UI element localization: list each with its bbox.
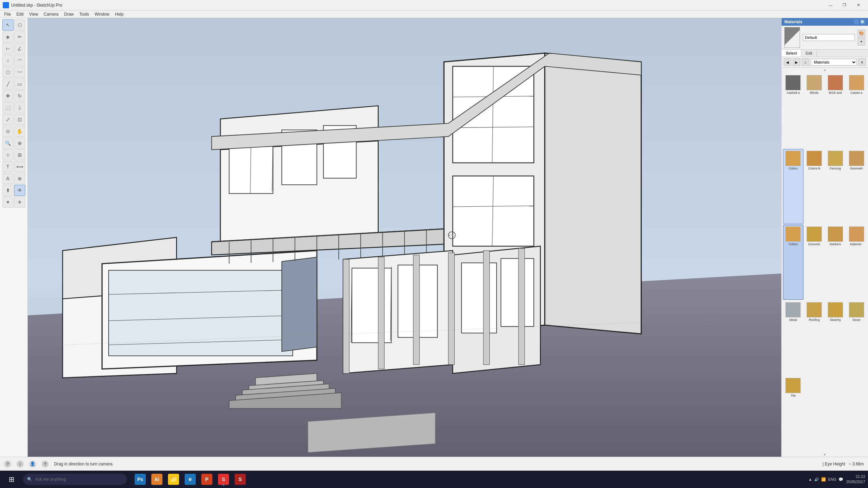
tool-zoomext[interactable]: ⊕ — [14, 138, 25, 149]
tool-move[interactable]: ✥ — [2, 90, 14, 101]
status-icon-user[interactable]: 👤 — [29, 461, 36, 468]
mat-asphalt[interactable]: Asphalt a — [783, 73, 803, 148]
mat-tile[interactable]: Tile — [783, 376, 803, 451]
mat-label-colors-selected: Colors — [789, 242, 798, 246]
sys-volume-icon[interactable]: 🔊 — [814, 477, 819, 482]
mat-colors[interactable]: Colors — [783, 149, 803, 224]
menu-window[interactable]: Window — [92, 11, 112, 17]
sys-network-icon[interactable]: 📶 — [821, 477, 826, 482]
tool-3dtext[interactable]: A — [2, 173, 14, 184]
nav-back[interactable]: ◀ — [784, 58, 791, 66]
tool-section[interactable]: ⊞ — [14, 149, 25, 160]
tool-freehand[interactable]: 〰 — [14, 67, 25, 78]
scroll-up-indicator[interactable]: ▲ — [782, 68, 868, 72]
tool-arc[interactable]: ◠ — [14, 55, 25, 66]
taskbar-explorer[interactable]: 📁 — [166, 472, 181, 486]
mat-carpet[interactable]: Carpet a — [846, 73, 867, 148]
materials-grid: Asphalt a Blinds Brick and Carpet a Colo… — [782, 72, 868, 453]
taskbar-photoshop[interactable]: Ps — [133, 472, 148, 486]
tool-followme[interactable]: ⤵ — [14, 102, 25, 113]
tool-angle[interactable]: ∠ — [14, 43, 25, 54]
materials-category-dropdown[interactable]: Materials Colors Bricks Wood — [811, 59, 857, 66]
scroll-down-indicator[interactable]: ▼ — [782, 453, 868, 457]
menu-file[interactable]: File — [1, 11, 14, 17]
taskbar-edge[interactable]: e — [183, 472, 198, 486]
mat-blinds[interactable]: Blinds — [804, 73, 825, 148]
materials-header: Materials ⚙ — [782, 18, 868, 26]
mat-geometri[interactable]: Geometri — [846, 149, 867, 224]
tool-zoom[interactable]: 🔍 — [2, 138, 14, 149]
tool-orbit[interactable]: ⊙ — [2, 126, 14, 137]
tool-pivot[interactable]: ✦ — [2, 197, 14, 208]
nav-detail-toggle[interactable]: ≡ — [858, 58, 866, 66]
tool-scale[interactable]: ⤢ — [2, 114, 14, 125]
status-icon-q[interactable]: ? — [42, 461, 49, 468]
create-material-button[interactable]: + — [858, 38, 865, 46]
tool-look[interactable]: 👁 — [14, 185, 25, 196]
search-input[interactable] — [35, 477, 104, 482]
menu-help[interactable]: Help — [112, 11, 126, 17]
tool-offset[interactable]: ⊡ — [14, 114, 25, 125]
tool-select[interactable]: ↖ — [2, 19, 14, 31]
close-button[interactable]: ✕ — [851, 0, 865, 10]
viewport[interactable] — [28, 18, 781, 457]
tool-rotate[interactable]: ↻ — [14, 90, 25, 101]
nav-home[interactable]: ⌂ — [802, 58, 809, 66]
mat-roofing[interactable]: Roofing — [804, 300, 825, 375]
taskbar-sketchup[interactable]: S — [216, 472, 231, 486]
materials-pin[interactable] — [854, 19, 859, 24]
search-bar[interactable]: 🔍 — [23, 474, 127, 485]
sys-clock[interactable]: 21:22 25/05/2017 — [846, 474, 865, 485]
tab-edit[interactable]: Edit — [801, 50, 817, 57]
tool-position[interactable]: ⊹ — [2, 149, 14, 160]
tool-circle[interactable]: ○ — [2, 55, 14, 66]
mat-metal[interactable]: Metal — [783, 300, 803, 375]
tool-line[interactable]: ╱ — [2, 78, 14, 90]
tool-pan[interactable]: ✋ — [14, 126, 25, 137]
taskbar-illustrator[interactable]: Ai — [149, 472, 165, 486]
materials-settings[interactable]: ⚙ — [860, 19, 865, 24]
menu-view[interactable]: View — [26, 11, 41, 17]
tool-axes[interactable]: ⊕ — [14, 173, 25, 184]
menu-camera[interactable]: Camera — [41, 11, 61, 17]
taskbar-powerpoint[interactable]: P — [199, 472, 214, 486]
mat-markers[interactable]: Markers — [825, 225, 846, 300]
tool-dim[interactable]: ⟺ — [14, 161, 25, 172]
tool-text[interactable]: T — [2, 161, 14, 172]
nav-forward[interactable]: ▶ — [793, 58, 800, 66]
menu-draw[interactable]: Draw — [61, 11, 77, 17]
tool-poly[interactable]: ⬠ — [2, 67, 14, 78]
tool-paint[interactable]: ◈ — [2, 31, 14, 42]
mat-groundc[interactable]: Groundc — [804, 225, 825, 300]
maximize-button[interactable]: ❐ — [837, 0, 851, 10]
material-name-input[interactable] — [803, 34, 855, 41]
tool-pencil[interactable]: ✏ — [14, 31, 25, 42]
mat-sketchy[interactable]: Sketchy — [825, 300, 846, 375]
tool-rect[interactable]: ▭ — [14, 78, 25, 90]
mat-colors-selected[interactable]: Colors — [783, 225, 803, 300]
mat-material[interactable]: Material : — [846, 225, 867, 300]
search-icon: 🔍 — [27, 477, 32, 482]
minimize-button[interactable]: — — [824, 0, 837, 10]
menu-tools[interactable]: Tools — [77, 11, 92, 17]
menubar: File Edit View Camera Draw Tools Window … — [0, 10, 868, 18]
tool-tape[interactable]: ⊢ — [2, 43, 14, 54]
mat-colors-n[interactable]: Colors-N — [804, 149, 825, 224]
taskbar-app2[interactable]: S — [233, 472, 248, 486]
status-icon-info[interactable]: i — [17, 461, 24, 468]
mat-brick[interactable]: Brick and — [825, 73, 846, 148]
sys-lang-label[interactable]: ENG — [828, 477, 836, 481]
tool-components[interactable]: ⬡ — [14, 19, 25, 31]
sys-arrow-icon[interactable]: ▲ — [808, 477, 812, 481]
tool-fly[interactable]: ✈ — [14, 197, 25, 208]
tool-pushpull[interactable]: ⬜ — [2, 102, 14, 113]
start-button[interactable]: ⊞ — [3, 472, 20, 486]
tab-select[interactable]: Select — [782, 50, 801, 57]
sample-paint-button[interactable]: 🎨 — [858, 30, 865, 37]
mat-fencing[interactable]: Fencing — [825, 149, 846, 224]
tool-walk[interactable]: ⬆ — [2, 185, 14, 196]
sys-notification-icon[interactable]: 💬 — [838, 477, 843, 482]
status-icon-help[interactable]: ? — [4, 461, 11, 468]
mat-stone[interactable]: Stone — [846, 300, 867, 375]
menu-edit[interactable]: Edit — [14, 11, 26, 17]
